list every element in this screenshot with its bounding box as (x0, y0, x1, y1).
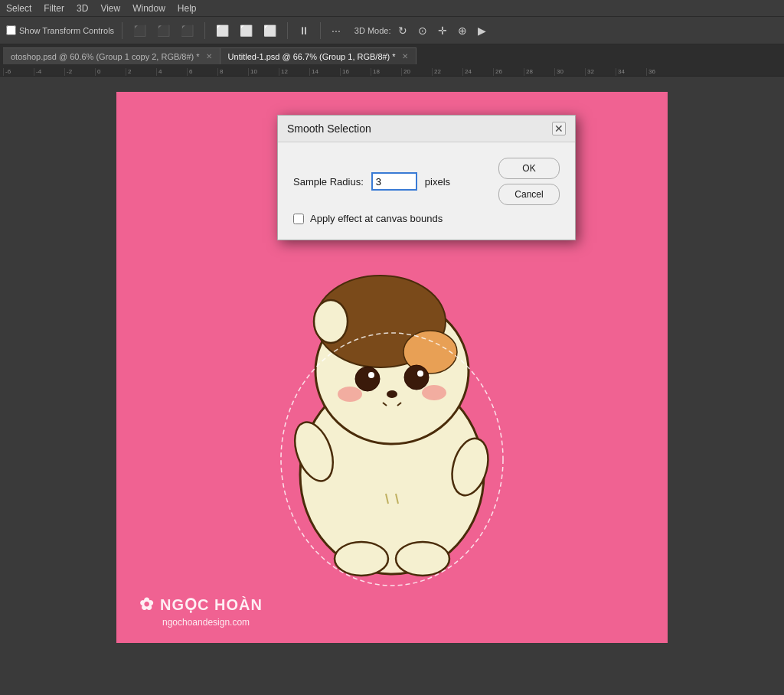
align-middle-icon[interactable]: ⬛ (154, 23, 173, 38)
smooth-selection-dialog: Smooth Selection ✕ Sample Radius: pixels… (277, 115, 576, 240)
cat-svg (262, 230, 522, 597)
ruler-mark: 30 (554, 68, 585, 76)
transform-controls-checkbox[interactable] (6, 25, 16, 35)
distribute-bottom-icon[interactable]: ⬜ (260, 23, 279, 38)
distribute-top-icon[interactable]: ⬜ (213, 23, 232, 38)
ruler-mark: 12 (279, 68, 309, 76)
ruler-mark: 4 (156, 68, 187, 76)
svg-point-8 (417, 370, 423, 377)
more-options-icon[interactable]: ··· (328, 23, 344, 38)
menu-help[interactable]: Help (178, 3, 197, 14)
ok-button[interactable]: OK (498, 158, 560, 179)
ruler-mark: 20 (401, 68, 432, 76)
watermark-brand: NGỌC HOÀN (160, 595, 263, 614)
svg-point-11 (387, 390, 397, 398)
ruler-mark: 22 (432, 68, 462, 76)
ruler-mark: 28 (524, 68, 554, 76)
tab-1[interactable]: otoshop.psd @ 60.6% (Group 1 copy 2, RGB… (3, 47, 220, 64)
3d-move-icon[interactable]: ⊕ (455, 23, 470, 38)
tab-2-label: Untitled-1.psd @ 66.7% (Group 1, RGB/8#)… (228, 52, 396, 61)
3d-rotate-icon[interactable]: ↻ (395, 23, 410, 38)
toolbar: Show Transform Controls ⬛ ⬛ ⬛ ⬜ ⬜ ⬜ ⏸ ··… (0, 17, 784, 44)
ruler-mark: 18 (371, 68, 401, 76)
apply-effect-label: Apply effect at canvas bounds (310, 213, 443, 224)
ruler-mark: 32 (585, 68, 616, 76)
svg-point-6 (368, 372, 374, 378)
sample-radius-label: Sample Radius: (293, 176, 364, 188)
3d-camera-icon[interactable]: ▶ (475, 23, 489, 38)
menu-view[interactable]: View (100, 3, 120, 14)
modal-buttons: OK Cancel (498, 158, 560, 205)
watermark: ✿ NGỌC HOÀN ngochoandesign.com (139, 595, 263, 628)
sample-radius-row: Sample Radius: pixels OK Cancel (293, 158, 560, 205)
cancel-button[interactable]: Cancel (498, 184, 560, 205)
ruler-horizontal: -6 -4 -2 0 2 4 6 8 10 12 14 16 18 20 22 … (0, 64, 784, 77)
apply-effect-row: Apply effect at canvas bounds (293, 213, 560, 224)
ruler-mark: 24 (462, 68, 493, 76)
ruler-mark: -4 (34, 68, 64, 76)
toolbar-divider-3 (287, 22, 288, 39)
tab-bar: otoshop.psd @ 60.6% (Group 1 copy 2, RGB… (0, 44, 784, 64)
ruler-mark: 14 (309, 68, 340, 76)
menu-3d[interactable]: 3D (77, 3, 88, 14)
modal-titlebar: Smooth Selection ✕ (278, 116, 575, 142)
align-top-icon[interactable]: ⬛ (130, 23, 149, 38)
modal-title: Smooth Selection (287, 122, 371, 135)
tab-1-label: otoshop.psd @ 60.6% (Group 1 copy 2, RGB… (11, 52, 200, 61)
menu-filter[interactable]: Filter (44, 3, 64, 14)
tab-2-close[interactable]: ✕ (402, 52, 408, 60)
svg-point-18 (335, 542, 388, 576)
ruler-mark: -6 (3, 68, 34, 76)
ruler-mark: 8 (217, 68, 248, 76)
show-transform-controls[interactable]: Show Transform Controls (6, 25, 114, 35)
svg-point-19 (396, 542, 449, 576)
toolbar-divider-1 (122, 22, 122, 39)
ruler-mark: 0 (95, 68, 126, 76)
3d-orbit-icon[interactable]: ⊙ (415, 23, 430, 38)
svg-point-7 (404, 365, 429, 390)
ruler-mark: 34 (616, 68, 646, 76)
tab-1-close[interactable]: ✕ (206, 52, 212, 60)
toolbar-divider-2 (204, 22, 205, 39)
distribute-middle-icon[interactable]: ⬜ (237, 23, 256, 38)
3d-pan-icon[interactable]: ✛ (435, 23, 450, 38)
watermark-url: ngochoandesign.com (162, 617, 263, 628)
ruler-mark: 16 (340, 68, 371, 76)
transform-controls-label: Show Transform Controls (19, 26, 114, 35)
ruler-mark: 36 (646, 68, 677, 76)
toolbar-divider-4 (320, 22, 321, 39)
vertical-align-icon[interactable]: ⏸ (296, 23, 312, 38)
ruler-marks: -6 -4 -2 0 2 4 6 8 10 12 14 16 18 20 22 … (0, 64, 677, 76)
ruler-mark: 26 (493, 68, 524, 76)
menu-window[interactable]: Window (132, 3, 165, 14)
menu-bar: Select Filter 3D View Window Help (0, 0, 784, 17)
svg-point-4 (314, 300, 348, 343)
canvas-wrapper: ✿ NGỌC HOÀN ngochoandesign.com Smooth Se… (116, 92, 668, 643)
svg-point-5 (355, 367, 380, 391)
pixels-label: pixels (425, 176, 450, 188)
ruler-mark: 6 (187, 68, 217, 76)
cat-illustration (262, 230, 522, 597)
3d-mode-label: 3D Mode: (354, 26, 391, 35)
ruler-mark: -2 (64, 68, 95, 76)
modal-close-button[interactable]: ✕ (552, 122, 566, 135)
menu-select[interactable]: Select (6, 3, 31, 14)
ruler-mark: 2 (126, 68, 156, 76)
svg-point-10 (422, 385, 446, 400)
canvas-area: ✿ NGỌC HOÀN ngochoandesign.com Smooth Se… (0, 77, 784, 695)
modal-body: Sample Radius: pixels OK Cancel Apply ef… (278, 142, 575, 240)
apply-effect-checkbox[interactable] (293, 214, 304, 224)
svg-point-9 (338, 387, 362, 402)
ruler-mark: 10 (248, 68, 279, 76)
align-bottom-icon[interactable]: ⬛ (178, 23, 197, 38)
watermark-flower-icon: ✿ (139, 595, 154, 615)
watermark-title: ✿ NGỌC HOÀN (139, 595, 263, 615)
tab-2[interactable]: Untitled-1.psd @ 66.7% (Group 1, RGB/8#)… (220, 47, 416, 64)
sample-radius-input[interactable] (371, 172, 417, 191)
